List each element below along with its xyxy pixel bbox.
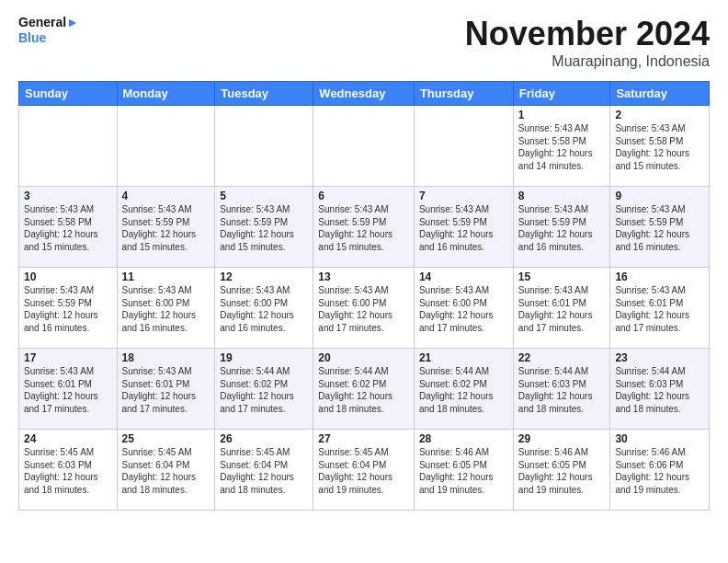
table-row [215, 106, 313, 187]
logo: General► Blue [18, 15, 79, 46]
table-row [414, 106, 513, 187]
table-row: 21Sunrise: 5:44 AM Sunset: 6:02 PM Dayli… [414, 349, 513, 430]
day-number: 28 [419, 432, 508, 445]
header-sunday: Sunday [19, 82, 118, 106]
day-number: 14 [419, 270, 508, 283]
table-row: 2Sunrise: 5:43 AM Sunset: 5:58 PM Daylig… [610, 106, 710, 187]
day-info: Sunrise: 5:43 AM Sunset: 6:00 PM Dayligh… [220, 284, 308, 334]
calendar-header-row: Sunday Monday Tuesday Wednesday Thursday… [19, 82, 710, 106]
table-row: 26Sunrise: 5:45 AM Sunset: 6:04 PM Dayli… [215, 430, 313, 511]
day-number: 12 [220, 270, 308, 283]
day-number: 23 [615, 351, 704, 364]
day-number: 11 [122, 270, 210, 283]
day-info: Sunrise: 5:44 AM Sunset: 6:02 PM Dayligh… [419, 365, 508, 415]
day-number: 9 [615, 190, 704, 202]
header: General► Blue November 2024 Muarapinang,… [18, 15, 710, 70]
table-row: 22Sunrise: 5:44 AM Sunset: 6:03 PM Dayli… [513, 349, 610, 430]
calendar-week-row: 17Sunrise: 5:43 AM Sunset: 6:01 PM Dayli… [19, 349, 710, 430]
day-info: Sunrise: 5:44 AM Sunset: 6:03 PM Dayligh… [615, 365, 704, 415]
day-info: Sunrise: 5:46 AM Sunset: 6:06 PM Dayligh… [615, 446, 704, 496]
day-info: Sunrise: 5:43 AM Sunset: 5:59 PM Dayligh… [220, 203, 308, 253]
table-row: 16Sunrise: 5:43 AM Sunset: 6:01 PM Dayli… [610, 268, 710, 349]
day-info: Sunrise: 5:43 AM Sunset: 5:59 PM Dayligh… [615, 203, 704, 253]
table-row: 28Sunrise: 5:46 AM Sunset: 6:05 PM Dayli… [414, 430, 513, 511]
day-info: Sunrise: 5:44 AM Sunset: 6:02 PM Dayligh… [220, 365, 308, 415]
table-row: 5Sunrise: 5:43 AM Sunset: 5:59 PM Daylig… [215, 187, 313, 268]
header-monday: Monday [117, 82, 215, 106]
day-number: 27 [318, 432, 409, 445]
table-row: 3Sunrise: 5:43 AM Sunset: 5:58 PM Daylig… [19, 187, 118, 268]
day-info: Sunrise: 5:45 AM Sunset: 6:04 PM Dayligh… [318, 446, 409, 496]
day-number: 15 [518, 270, 606, 283]
table-row: 1Sunrise: 5:43 AM Sunset: 5:58 PM Daylig… [513, 106, 610, 187]
day-number: 7 [419, 190, 508, 202]
day-info: Sunrise: 5:43 AM Sunset: 6:01 PM Dayligh… [615, 284, 704, 334]
table-row: 19Sunrise: 5:44 AM Sunset: 6:02 PM Dayli… [215, 349, 313, 430]
day-number: 17 [24, 351, 112, 364]
table-row: 18Sunrise: 5:43 AM Sunset: 6:01 PM Dayli… [117, 349, 215, 430]
day-number: 8 [518, 190, 606, 202]
day-info: Sunrise: 5:45 AM Sunset: 6:04 PM Dayligh… [122, 446, 210, 496]
day-number: 3 [24, 190, 112, 202]
table-row: 17Sunrise: 5:43 AM Sunset: 6:01 PM Dayli… [19, 349, 118, 430]
table-row: 11Sunrise: 5:43 AM Sunset: 6:00 PM Dayli… [117, 268, 215, 349]
day-number: 26 [220, 432, 308, 445]
day-info: Sunrise: 5:43 AM Sunset: 5:58 PM Dayligh… [24, 203, 112, 253]
header-saturday: Saturday [610, 82, 710, 106]
calendar-week-row: 1Sunrise: 5:43 AM Sunset: 5:58 PM Daylig… [19, 106, 710, 187]
table-row: 15Sunrise: 5:43 AM Sunset: 6:01 PM Dayli… [513, 268, 610, 349]
title-area: November 2024 Muarapinang, Indonesia [465, 15, 710, 70]
calendar-week-row: 3Sunrise: 5:43 AM Sunset: 5:58 PM Daylig… [19, 187, 710, 268]
day-number: 29 [518, 432, 606, 445]
day-number: 13 [318, 270, 409, 283]
day-number: 4 [122, 190, 210, 202]
table-row: 12Sunrise: 5:43 AM Sunset: 6:00 PM Dayli… [215, 268, 313, 349]
day-number: 6 [318, 190, 409, 202]
table-row: 30Sunrise: 5:46 AM Sunset: 6:06 PM Dayli… [610, 430, 710, 511]
header-tuesday: Tuesday [215, 82, 313, 106]
day-info: Sunrise: 5:45 AM Sunset: 6:04 PM Dayligh… [220, 446, 308, 496]
table-row [313, 106, 415, 187]
day-info: Sunrise: 5:43 AM Sunset: 5:59 PM Dayligh… [24, 284, 112, 334]
day-info: Sunrise: 5:45 AM Sunset: 6:03 PM Dayligh… [24, 446, 112, 496]
day-info: Sunrise: 5:43 AM Sunset: 5:59 PM Dayligh… [318, 203, 409, 253]
month-title: November 2024 [465, 15, 710, 53]
day-info: Sunrise: 5:43 AM Sunset: 5:59 PM Dayligh… [518, 203, 606, 253]
table-row: 25Sunrise: 5:45 AM Sunset: 6:04 PM Dayli… [117, 430, 215, 511]
calendar-week-row: 24Sunrise: 5:45 AM Sunset: 6:03 PM Dayli… [19, 430, 710, 511]
header-wednesday: Wednesday [313, 82, 415, 106]
table-row [117, 106, 215, 187]
day-info: Sunrise: 5:43 AM Sunset: 6:01 PM Dayligh… [122, 365, 210, 415]
table-row: 8Sunrise: 5:43 AM Sunset: 5:59 PM Daylig… [513, 187, 610, 268]
table-row: 10Sunrise: 5:43 AM Sunset: 5:59 PM Dayli… [19, 268, 118, 349]
day-info: Sunrise: 5:43 AM Sunset: 6:00 PM Dayligh… [122, 284, 210, 334]
day-number: 21 [419, 351, 508, 364]
table-row: 24Sunrise: 5:45 AM Sunset: 6:03 PM Dayli… [19, 430, 118, 511]
day-info: Sunrise: 5:44 AM Sunset: 6:03 PM Dayligh… [518, 365, 606, 415]
table-row: 13Sunrise: 5:43 AM Sunset: 6:00 PM Dayli… [313, 268, 415, 349]
day-number: 5 [220, 190, 308, 202]
day-info: Sunrise: 5:43 AM Sunset: 6:00 PM Dayligh… [318, 284, 409, 334]
table-row: 27Sunrise: 5:45 AM Sunset: 6:04 PM Dayli… [313, 430, 415, 511]
day-number: 30 [615, 432, 704, 445]
table-row: 29Sunrise: 5:46 AM Sunset: 6:05 PM Dayli… [513, 430, 610, 511]
table-row: 14Sunrise: 5:43 AM Sunset: 6:00 PM Dayli… [414, 268, 513, 349]
day-info: Sunrise: 5:46 AM Sunset: 6:05 PM Dayligh… [518, 446, 606, 496]
day-number: 18 [122, 351, 210, 364]
table-row: 6Sunrise: 5:43 AM Sunset: 5:59 PM Daylig… [313, 187, 415, 268]
table-row: 20Sunrise: 5:44 AM Sunset: 6:02 PM Dayli… [313, 349, 415, 430]
day-info: Sunrise: 5:43 AM Sunset: 6:01 PM Dayligh… [518, 284, 606, 334]
day-info: Sunrise: 5:44 AM Sunset: 6:02 PM Dayligh… [318, 365, 409, 415]
day-info: Sunrise: 5:43 AM Sunset: 5:58 PM Dayligh… [518, 122, 606, 172]
table-row [19, 106, 118, 187]
day-number: 24 [24, 432, 112, 445]
day-info: Sunrise: 5:46 AM Sunset: 6:05 PM Dayligh… [419, 446, 508, 496]
day-number: 22 [518, 351, 606, 364]
day-info: Sunrise: 5:43 AM Sunset: 5:59 PM Dayligh… [419, 203, 508, 253]
table-row: 23Sunrise: 5:44 AM Sunset: 6:03 PM Dayli… [610, 349, 710, 430]
page: General► Blue November 2024 Muarapinang,… [0, 0, 728, 520]
table-row: 9Sunrise: 5:43 AM Sunset: 5:59 PM Daylig… [610, 187, 710, 268]
day-number: 2 [615, 109, 704, 121]
day-number: 10 [24, 270, 112, 283]
header-thursday: Thursday [414, 82, 513, 106]
